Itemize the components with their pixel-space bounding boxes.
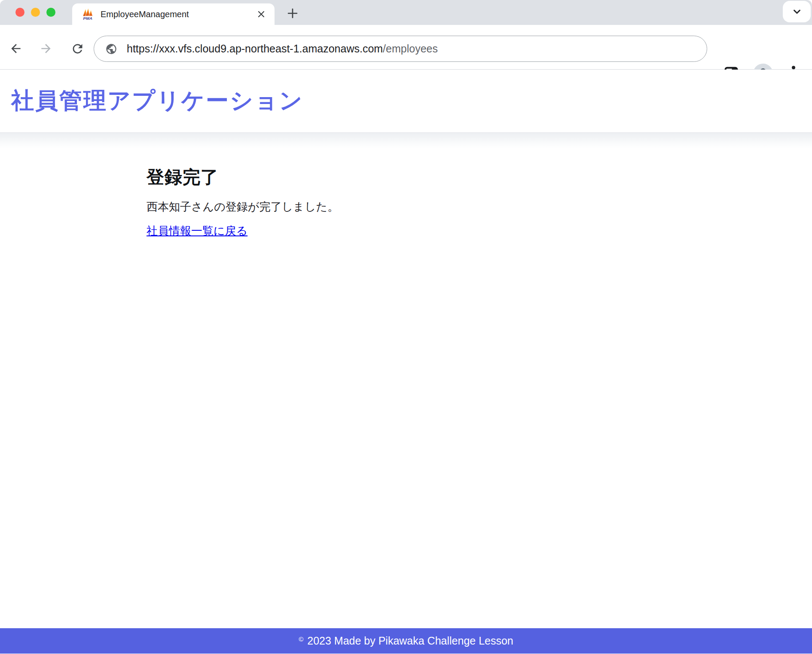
- reload-button[interactable]: [70, 41, 85, 56]
- site-info-globe-icon[interactable]: [105, 43, 117, 55]
- reload-icon: [70, 42, 85, 56]
- back-to-employee-list-link[interactable]: 社員情報一覧に戻る: [147, 224, 247, 237]
- arrow-left-icon: [9, 42, 23, 55]
- browser-tab[interactable]: PMA EmployeeManagement: [72, 3, 275, 25]
- footer-text: 2023 Made by Pikawaka Challenge Lesson: [307, 635, 513, 647]
- copyright-symbol: ©: [299, 636, 303, 643]
- registration-complete-message: 西本知子さんの登録が完了しました。: [147, 199, 786, 214]
- registration-complete-heading: 登録完了: [147, 165, 786, 189]
- tab-title: EmployeeManagement: [101, 9, 255, 19]
- address-bar[interactable]: https://xxx.vfs.cloud9.ap-northeast-1.am…: [94, 36, 707, 62]
- window-minimize-button[interactable]: [31, 8, 40, 17]
- tab-close-icon[interactable]: [255, 8, 268, 21]
- new-tab-button[interactable]: [284, 5, 301, 21]
- browser-window: PMA EmployeeManagement: [0, 0, 812, 654]
- window-zoom-button[interactable]: [46, 8, 55, 17]
- window-controls: [15, 8, 55, 17]
- tab-strip: PMA EmployeeManagement: [0, 0, 812, 25]
- favicon-text: PMA: [83, 16, 92, 21]
- url-host: https://xxx.vfs.cloud9.ap-northeast-1.am…: [127, 43, 383, 55]
- page-content: 社員管理アプリケーション 登録完了 西本知子さんの登録が完了しました。 社員情報…: [0, 70, 812, 654]
- tab-search-button[interactable]: [783, 1, 811, 22]
- url-path: /employees: [383, 43, 438, 55]
- browser-toolbar: https://xxx.vfs.cloud9.ap-northeast-1.am…: [0, 25, 812, 70]
- arrow-right-icon: [39, 42, 53, 55]
- app-header: 社員管理アプリケーション: [0, 70, 812, 132]
- window-close-button[interactable]: [15, 8, 24, 17]
- pma-favicon-icon: PMA: [82, 8, 95, 21]
- url-text: https://xxx.vfs.cloud9.ap-northeast-1.am…: [127, 43, 438, 55]
- header-divider: [0, 132, 812, 148]
- app-title: 社員管理アプリケーション: [11, 86, 304, 116]
- chevron-down-icon: [791, 6, 803, 18]
- main-content: 登録完了 西本知子さんの登録が完了しました。 社員情報一覧に戻る: [0, 148, 812, 238]
- page-footer: © 2023 Made by Pikawaka Challenge Lesson: [0, 628, 812, 654]
- forward-button[interactable]: [38, 41, 54, 56]
- back-button[interactable]: [8, 41, 24, 56]
